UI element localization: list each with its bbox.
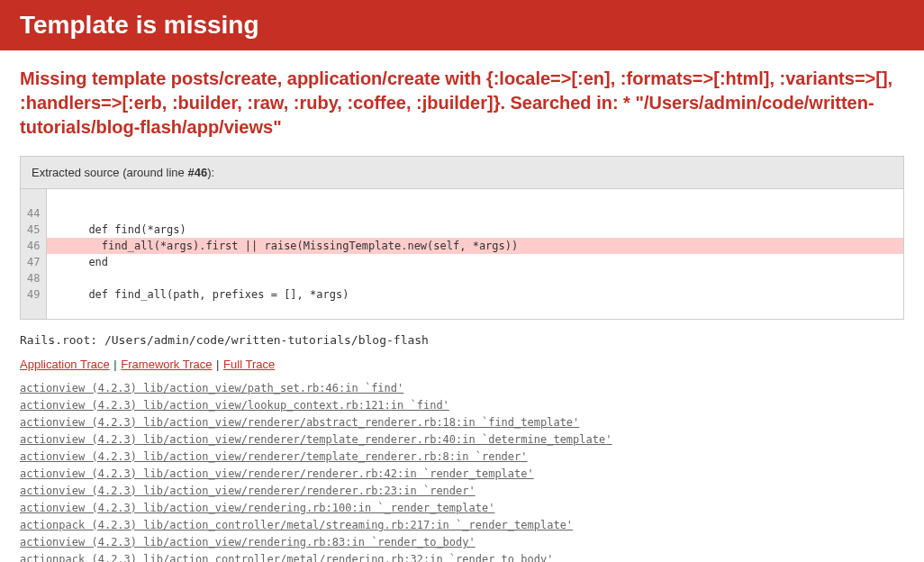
trace-line-link[interactable]: actionpack (4.2.3) lib/action_controller…	[20, 551, 904, 562]
source-line: end	[46, 254, 903, 270]
trace-line-link[interactable]: actionview (4.2.3) lib/action_view/rende…	[20, 483, 904, 499]
line-number: 48	[21, 270, 46, 286]
line-number: 44	[21, 205, 46, 222]
error-message: Missing template posts/create, applicati…	[20, 67, 904, 140]
trace-line-link[interactable]: actionview (4.2.3) lib/action_view/path_…	[20, 380, 904, 396]
trace-nav: Application Trace | Framework Trace | Fu…	[20, 358, 904, 371]
trace-line-link[interactable]: actionview (4.2.3) lib/action_view/looku…	[20, 397, 904, 413]
source-header-line: #46	[187, 166, 207, 179]
trace-line-link[interactable]: actionview (4.2.3) lib/action_view/rende…	[20, 534, 904, 550]
trace-line-link[interactable]: actionview (4.2.3) lib/action_view/rende…	[20, 414, 904, 431]
trace-nav-separator: |	[213, 358, 222, 371]
full-trace-link[interactable]: Full Trace	[223, 358, 275, 371]
framework-trace-link[interactable]: Framework Trace	[121, 358, 212, 371]
line-number: 46	[21, 238, 46, 254]
source-line: def find(*args)	[46, 222, 903, 238]
line-number: 49	[21, 286, 46, 303]
stack-trace-list: actionview (4.2.3) lib/action_view/path_…	[20, 380, 904, 562]
error-title: Template is missing	[20, 11, 904, 40]
content-area: Missing template posts/create, applicati…	[0, 50, 924, 562]
trace-line-link[interactable]: actionview (4.2.3) lib/action_view/rende…	[20, 466, 904, 482]
application-trace-link[interactable]: Application Trace	[20, 358, 110, 371]
extracted-source-box: Extracted source (around line #46): 4445…	[20, 156, 904, 320]
error-header: Template is missing	[0, 0, 924, 50]
source-header-suffix: ):	[207, 166, 214, 179]
source-line	[46, 270, 903, 286]
trace-line-link[interactable]: actionpack (4.2.3) lib/action_controller…	[20, 517, 904, 533]
line-number: 47	[21, 254, 46, 270]
source-code-table: 4445 def find(*args)46 find_all(*args).f…	[21, 189, 903, 319]
trace-nav-separator: |	[111, 358, 121, 371]
source-line: find_all(*args).first || raise(MissingTe…	[46, 238, 903, 254]
extracted-source-header: Extracted source (around line #46):	[21, 157, 903, 189]
trace-line-link[interactable]: actionview (4.2.3) lib/action_view/rende…	[20, 431, 904, 448]
source-header-prefix: Extracted source (around line	[32, 166, 187, 179]
rails-root: Rails.root: /Users/admin/code/written-tu…	[20, 333, 904, 347]
source-line	[46, 205, 903, 222]
trace-line-link[interactable]: actionview (4.2.3) lib/action_view/rende…	[20, 500, 904, 516]
trace-line-link[interactable]: actionview (4.2.3) lib/action_view/rende…	[20, 449, 904, 465]
line-number: 45	[21, 222, 46, 238]
source-line: def find_all(path, prefixes = [], *args)	[46, 286, 903, 303]
